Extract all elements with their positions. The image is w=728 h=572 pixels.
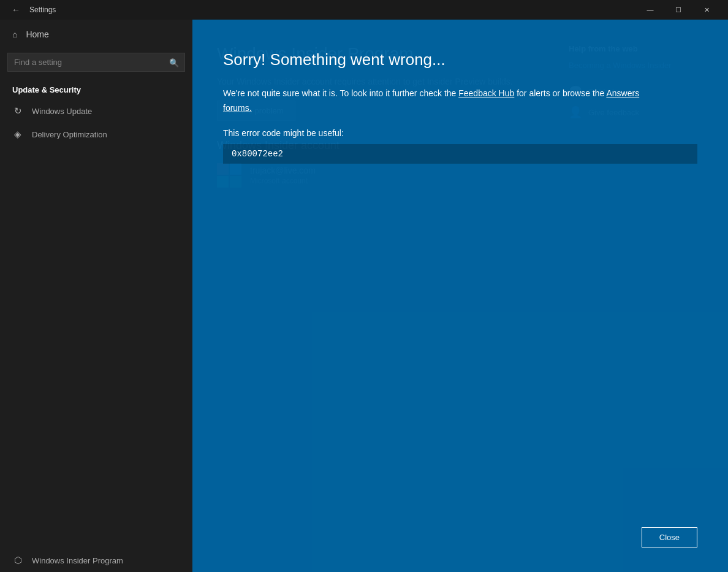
error-body-middle: for alerts or browse the <box>514 88 606 98</box>
error-title: Sorry! Something went wrong... <box>223 50 697 69</box>
sidebar-spacer <box>0 146 192 549</box>
sidebar-item-windows-insider[interactable]: ⬡ Windows Insider Program <box>0 549 192 572</box>
sidebar: ⌂ Home 🔍 Update & Security ↻ Windows Upd… <box>0 20 192 572</box>
home-icon: ⌂ <box>12 29 17 39</box>
insider-icon: ⬡ <box>12 555 23 566</box>
maximize-button[interactable]: ☐ <box>664 0 692 20</box>
back-button[interactable]: ← <box>7 1 25 18</box>
error-body: We're not quite sure what it is. To look… <box>223 86 664 116</box>
feedback-hub-link[interactable]: Feedback Hub <box>458 88 514 98</box>
sidebar-item-label: Windows Insider Program <box>32 556 123 565</box>
search-container: 🔍 <box>7 53 185 72</box>
error-code-label: This error code might be useful: <box>223 128 697 138</box>
app-container: ⌂ Home 🔍 Update & Security ↻ Windows Upd… <box>0 20 728 572</box>
error-code: 0x80072ee2 <box>223 144 697 164</box>
sidebar-item-windows-update[interactable]: ↻ Windows Update <box>0 99 192 123</box>
close-button[interactable]: Close <box>642 527 697 547</box>
sidebar-item-delivery-optimization[interactable]: ◈ Delivery Optimization <box>0 123 192 146</box>
sidebar-item-label: Windows Update <box>32 107 92 116</box>
home-label: Home <box>26 29 48 39</box>
sidebar-item-home[interactable]: ⌂ Home <box>0 20 192 49</box>
error-body-prefix: We're not quite sure what it is. To look… <box>223 88 458 98</box>
error-actions: Close <box>223 527 697 547</box>
sidebar-section-title: Update & Security <box>0 79 192 99</box>
main-content: Help from the web Becoming a Windows Ins… <box>192 20 728 572</box>
close-button[interactable]: ✕ <box>692 0 721 20</box>
search-input[interactable] <box>7 53 185 72</box>
titlebar: ← Settings — ☐ ✕ <box>0 0 728 20</box>
delivery-icon: ◈ <box>12 129 23 140</box>
app-title: Settings <box>29 6 636 14</box>
update-icon: ↻ <box>12 105 23 116</box>
sidebar-item-label: Delivery Optimization <box>32 130 107 139</box>
minimize-button[interactable]: — <box>636 0 664 20</box>
search-icon: 🔍 <box>169 58 179 67</box>
window-controls: — ☐ ✕ <box>636 0 721 20</box>
error-overlay: Sorry! Something went wrong... We're not… <box>192 20 728 572</box>
